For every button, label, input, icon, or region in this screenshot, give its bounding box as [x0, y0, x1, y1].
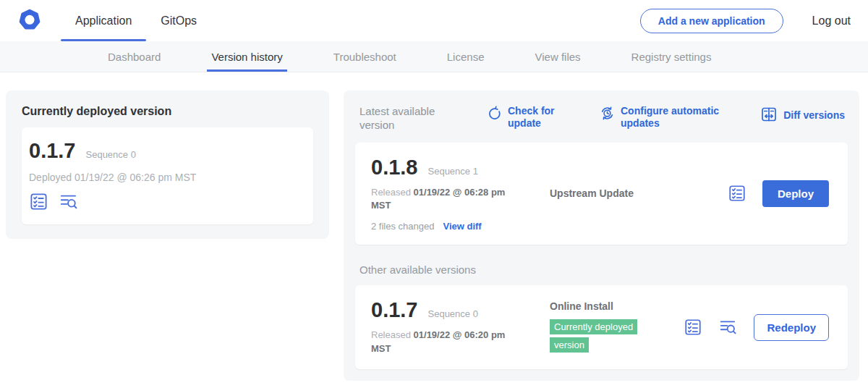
badge-container: Currently deployed version: [550, 318, 658, 354]
nav-item-label: Application: [75, 14, 132, 28]
latest-panel-header: Latest available version Check for updat…: [355, 104, 848, 132]
view-logs-icon[interactable]: [59, 192, 79, 211]
other-sequence-label: Sequence 0: [428, 308, 478, 319]
view-logs-icon[interactable]: [718, 318, 738, 337]
configure-updates-label: Configure automatic updates: [621, 105, 737, 130]
refresh-icon: [487, 105, 502, 124]
redeploy-button[interactable]: Redeploy: [754, 314, 829, 341]
deploy-button[interactable]: Deploy: [762, 180, 829, 207]
check-for-update-label: Check for update: [508, 105, 574, 130]
other-versions-title: Other available versions: [359, 263, 848, 276]
tab-troubleshoot[interactable]: Troubleshoot: [329, 41, 401, 72]
currently-deployed-badge: Currently deployed version: [550, 319, 637, 353]
diff-versions-button[interactable]: Diff versions: [760, 105, 845, 126]
logout-button[interactable]: Log out: [805, 0, 858, 41]
preflight-checks-icon[interactable]: [728, 184, 746, 203]
current-version-card: 0.1.7 Sequence 0 Deployed 01/19/22 @ 06:…: [22, 127, 313, 224]
diff-versions-label: Diff versions: [783, 109, 845, 122]
latest-available-title: Latest available version: [359, 105, 468, 132]
other-version-number: 0.1.7: [371, 298, 418, 322]
preflight-checks-icon[interactable]: [29, 192, 48, 211]
schedule-icon: [600, 105, 615, 124]
topnav-spacer: [211, 0, 640, 41]
app-tab-bar: Dashboard Version history Troubleshoot L…: [0, 41, 868, 72]
tab-registry-settings[interactable]: Registry settings: [627, 41, 716, 72]
currently-deployed-title: Currently deployed version: [22, 105, 313, 118]
tab-license[interactable]: License: [443, 41, 489, 72]
current-sequence-label: Sequence 0: [86, 149, 136, 160]
released-timestamp: Released 01/19/22 @ 06:20 pm MST: [371, 329, 513, 356]
view-diff-link[interactable]: View diff: [443, 221, 481, 232]
diff-icon: [760, 105, 778, 126]
top-navbar: Application GitOps Add a new application…: [0, 0, 868, 41]
configure-updates-button[interactable]: Configure automatic updates: [600, 105, 737, 130]
nav-item-label: GitOps: [161, 14, 197, 28]
released-label: Released: [371, 187, 411, 198]
latest-available-panel: Latest available version Check for updat…: [344, 90, 859, 381]
nav-item-application[interactable]: Application: [61, 0, 146, 41]
app-logo-icon: [17, 0, 42, 41]
add-application-button[interactable]: Add a new application: [640, 9, 783, 33]
preflight-checks-icon[interactable]: [684, 318, 702, 337]
files-changed-label: 2 files changed: [371, 221, 434, 232]
version-source-label: Online Install: [550, 300, 684, 312]
latest-version-card: 0.1.8 Sequence 1 Released 01/19/22 @ 06:…: [355, 143, 848, 245]
latest-sequence-label: Sequence 1: [428, 166, 478, 177]
current-version-number: 0.1.7: [29, 139, 76, 163]
tab-version-history[interactable]: Version history: [207, 41, 286, 72]
tab-view-files[interactable]: View files: [530, 41, 584, 72]
other-version-card: 0.1.7 Sequence 0 Released 01/19/22 @ 06:…: [355, 285, 848, 369]
nav-item-gitops[interactable]: GitOps: [146, 0, 211, 41]
deployed-timestamp: Deployed 01/19/22 @ 06:26 pm MST: [29, 172, 302, 183]
released-label: Released: [371, 329, 411, 340]
currently-deployed-panel: Currently deployed version 0.1.7 Sequenc…: [6, 90, 329, 239]
version-source-label: Upstream Update: [550, 187, 634, 199]
check-for-update-button[interactable]: Check for update: [487, 105, 574, 130]
tab-dashboard[interactable]: Dashboard: [103, 41, 165, 72]
released-timestamp: Released 01/19/22 @ 06:28 pm MST: [371, 186, 513, 214]
main-content: Currently deployed version 0.1.7 Sequenc…: [0, 72, 868, 381]
latest-version-number: 0.1.8: [371, 156, 418, 180]
